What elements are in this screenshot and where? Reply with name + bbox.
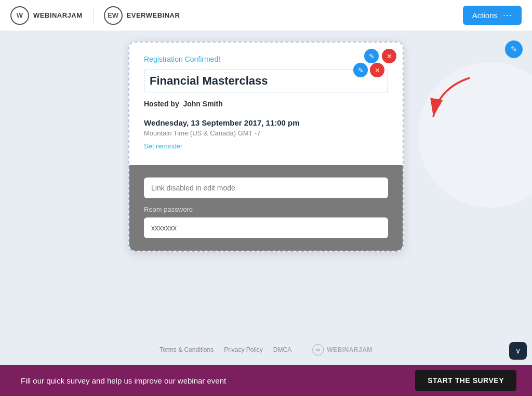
survey-bar: Fill our quick survey and help us improv… bbox=[0, 365, 532, 396]
title-close-button[interactable]: ✕ bbox=[370, 63, 384, 77]
title-close-icon: ✕ bbox=[375, 66, 380, 74]
card-close-button[interactable]: ✕ bbox=[382, 49, 396, 63]
header: W WEBINARJAM EW EVERWEBINAR Actions ··· bbox=[0, 0, 532, 31]
start-survey-button[interactable]: START THE SURVEY bbox=[415, 370, 516, 391]
webinarjam-logo: W WEBINARJAM bbox=[10, 6, 83, 25]
title-edit-button[interactable]: ✎ bbox=[353, 63, 368, 77]
registration-card: ✎ ✕ Registration Confirmed! ✎ ✕ Financia bbox=[128, 42, 404, 252]
logo-divider bbox=[93, 8, 94, 23]
card-bottom-section: Room password bbox=[129, 165, 403, 251]
terms-link[interactable]: Terms & Conditions bbox=[159, 346, 214, 353]
link-input[interactable] bbox=[144, 177, 388, 198]
close-icon: ✕ bbox=[387, 52, 392, 60]
scroll-down-button[interactable]: ∨ bbox=[509, 342, 527, 360]
red-arrow bbox=[428, 73, 475, 127]
dmca-link[interactable]: DMCA bbox=[273, 346, 291, 353]
webinar-title-box: ✎ ✕ Financial Masterclass bbox=[144, 70, 388, 92]
card-edit-button[interactable]: ✎ bbox=[364, 49, 379, 63]
edit-icon: ✎ bbox=[369, 52, 375, 60]
footer-logo-text: WEBINARJAM bbox=[327, 346, 373, 353]
webinar-title: Financial Masterclass bbox=[150, 74, 382, 88]
password-input[interactable] bbox=[144, 217, 388, 238]
actions-button[interactable]: Actions ··· bbox=[463, 6, 522, 25]
hosted-by: Hosted by John Smith bbox=[144, 100, 388, 108]
header-logos: W WEBINARJAM EW EVERWEBINAR bbox=[10, 6, 180, 25]
host-name: John Smith bbox=[183, 100, 222, 108]
pencil-icon: ✎ bbox=[511, 45, 517, 54]
webinarjam-logo-text: WEBINARJAM bbox=[33, 11, 83, 19]
actions-dots-icon: ··· bbox=[503, 10, 512, 21]
footer-logo-circle: W bbox=[312, 344, 324, 356]
room-password-label: Room password bbox=[144, 206, 388, 213]
everwebinar-logo: EW EVERWEBINAR bbox=[104, 6, 180, 25]
chevron-down-icon: ∨ bbox=[515, 347, 521, 355]
survey-text: Fill our quick survey and help us improv… bbox=[21, 376, 226, 385]
footer-links: Terms & Conditions Privacy Policy DMCA W… bbox=[159, 344, 373, 356]
card-top-section: ✎ ✕ Registration Confirmed! ✎ ✕ Financia bbox=[129, 43, 403, 165]
webinarjam-logo-circle: W bbox=[10, 6, 29, 25]
webinar-timezone: Mountain Time (US & Canada) GMT -7 bbox=[144, 129, 388, 137]
main-area: ✎ ✎ ✕ Registration Confirmed! bbox=[0, 31, 532, 365]
everwebinar-logo-text: EVERWEBINAR bbox=[127, 11, 180, 19]
privacy-link[interactable]: Privacy Policy bbox=[224, 346, 263, 353]
set-reminder-link[interactable]: Set reminder bbox=[144, 142, 182, 150]
registration-confirmed-label: Registration Confirmed! bbox=[144, 55, 388, 63]
card-inner-controls: ✎ ✕ bbox=[353, 63, 384, 77]
title-edit-icon: ✎ bbox=[358, 66, 364, 74]
footer-logo: W WEBINARJAM bbox=[312, 344, 373, 356]
card-outer-controls: ✎ ✕ bbox=[364, 49, 396, 63]
top-edit-button[interactable]: ✎ bbox=[505, 40, 523, 58]
webinar-date: Wednesday, 13 September 2017, 11:00 pm bbox=[144, 118, 388, 127]
everwebinar-logo-circle: EW bbox=[104, 6, 123, 25]
